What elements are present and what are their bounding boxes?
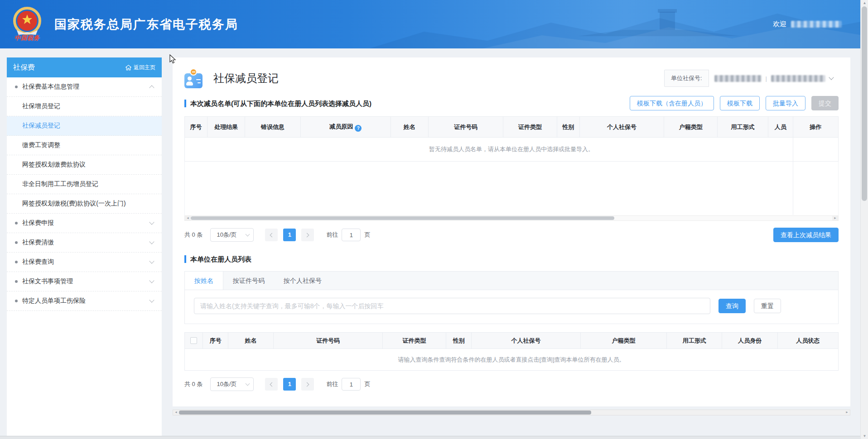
submit-button[interactable]: 提交: [811, 96, 839, 110]
col-header-id-number: 证件号码: [274, 333, 383, 349]
prev-page-button[interactable]: [265, 229, 278, 241]
current-page-button[interactable]: 1: [283, 378, 296, 391]
tab-by-personal-ssn[interactable]: 按个人社保号: [274, 272, 331, 290]
next-page-button[interactable]: [301, 378, 314, 391]
tab-by-id-number[interactable]: 按证件号码: [223, 272, 274, 290]
template-download-button[interactable]: 模板下载: [720, 96, 760, 110]
value-separator: |: [766, 75, 767, 82]
sidebar-item-group[interactable]: 社保费查询: [7, 253, 162, 272]
sidebar-item[interactable]: 非全日制用工工伤增员登记: [7, 175, 162, 194]
page-horizontal-scrollbar[interactable]: ◄ ►: [173, 410, 850, 415]
sidebar-item-group[interactable]: 社保文书事项管理: [7, 272, 162, 291]
col-header-index: 序号: [203, 333, 228, 349]
sidebar-item-label: 社保费查询: [22, 258, 54, 266]
current-page-button[interactable]: 1: [283, 229, 296, 241]
col-header-reason: 减员原因?: [300, 117, 391, 138]
sidebar-item-label: 社保减员登记: [22, 122, 60, 130]
total-count: 共 0 条: [184, 231, 203, 239]
empty-state-text: 请输入查询条件查询符合条件的在册人员或者直接点击[查询]查询本单位所有在册人员。: [185, 349, 839, 371]
scrollbar-track[interactable]: [191, 216, 832, 220]
sidebar-item-active[interactable]: 社保减员登记: [7, 116, 162, 136]
col-header-reason-label: 减员原因: [329, 123, 353, 130]
goto-page-input[interactable]: [342, 229, 361, 241]
reduction-list-table: 序号 处理结果 错误信息 减员原因? 姓名 证件号码 证件类型 性别 个人社保号…: [184, 116, 839, 221]
name-search-input[interactable]: [194, 298, 710, 314]
sidebar-item-label: 社保费申报: [22, 219, 54, 227]
tab-by-name[interactable]: 按姓名: [185, 272, 223, 290]
sidebar-header: 社保费 返回主页: [7, 57, 162, 77]
sidebar-item[interactable]: 网签授权划缴税(费)款协议(一次上门): [7, 194, 162, 214]
help-icon[interactable]: ?: [355, 125, 362, 132]
sidebar-item-label: 社保费基本信息管理: [22, 83, 79, 91]
scroll-up-arrow[interactable]: ▲: [861, 1, 868, 5]
goto-page-input[interactable]: [342, 378, 361, 391]
back-home-link[interactable]: 返回主页: [125, 64, 155, 72]
bullet-icon: [15, 300, 18, 302]
sidebar-item-group[interactable]: 特定人员单项工伤保险: [7, 291, 162, 311]
next-page-button[interactable]: [301, 229, 314, 241]
col-header-id-type: 证件类型: [503, 117, 557, 138]
select-all-checkbox[interactable]: [190, 337, 197, 344]
sidebar-item-label: 缴费工资调整: [22, 141, 60, 149]
col-header-id-number: 证件号码: [429, 117, 503, 138]
scroll-right-arrow[interactable]: ►: [844, 410, 850, 415]
site-title: 国家税务总局广东省电子税务局: [54, 16, 238, 33]
view-last-result-button[interactable]: 查看上次减员结果: [773, 228, 839, 242]
back-home-label: 返回主页: [134, 64, 155, 72]
bullet-icon: [15, 261, 18, 263]
sidebar-item-group[interactable]: 社保费基本信息管理: [7, 77, 162, 97]
template-download-with-members-button[interactable]: 模板下载（含在册人员）: [630, 96, 714, 110]
scrollbar-thumb[interactable]: [179, 410, 591, 415]
welcome-area: 欢迎: [773, 20, 842, 29]
page-vertical-scrollbar[interactable]: ▲ ▼: [860, 0, 868, 439]
col-header-employment-type: 用工形式: [718, 117, 768, 138]
reset-button[interactable]: 重置: [754, 299, 781, 313]
prev-page-button[interactable]: [265, 378, 278, 391]
section1-title: 本次减员名单(可从下面的本单位在册人员列表选择减员人员): [184, 100, 371, 107]
col-header-gender: 性别: [446, 333, 472, 349]
scroll-down-arrow[interactable]: ▼: [861, 434, 868, 438]
sidebar-item-label: 社保文书事项管理: [22, 277, 73, 286]
sidebar-item[interactable]: 网签授权划缴费款协议: [7, 155, 162, 175]
logo-caption: 中国税务: [14, 34, 40, 42]
pagination-2: 共 0 条 10条/页 1 前往 页: [184, 377, 839, 391]
sidebar-item[interactable]: 缴费工资调整: [7, 136, 162, 155]
page-size-select[interactable]: 10条/页: [210, 377, 254, 391]
col-header-checkbox: [185, 333, 203, 349]
query-button[interactable]: 查询: [719, 299, 746, 313]
page-size-select[interactable]: 10条/页: [210, 228, 254, 242]
col-header-name: 姓名: [228, 333, 274, 349]
goto-label: 前往: [326, 380, 338, 388]
tab-bar: 按姓名 按证件号码 按个人社保号: [185, 272, 838, 290]
scroll-right-arrow[interactable]: ►: [832, 216, 838, 220]
username-redacted: [791, 21, 842, 28]
company-ssn-select[interactable]: |: [709, 70, 839, 87]
col-header-id-type: 证件类型: [382, 333, 446, 349]
sidebar-item-label: 社保费清缴: [22, 239, 54, 247]
chevron-down-icon: [149, 239, 154, 244]
page-size-value: 10条/页: [217, 231, 236, 239]
batch-import-button[interactable]: 批量导入: [766, 96, 805, 110]
sidebar-item[interactable]: 社保增员登记: [7, 97, 162, 116]
scrollbar-thumb[interactable]: [191, 216, 614, 220]
col-header-error: 错误信息: [245, 117, 300, 138]
tax-bureau-logo: 中国税务: [8, 7, 46, 42]
sidebar-item-group[interactable]: 社保费清缴: [7, 233, 162, 253]
table-horizontal-scrollbar[interactable]: ◄ ►: [184, 215, 839, 221]
scroll-left-arrow[interactable]: ◄: [185, 216, 191, 220]
chevron-down-icon: [246, 232, 250, 236]
scroll-left-arrow[interactable]: ◄: [173, 410, 179, 415]
sidebar-item-group[interactable]: 社保费申报: [7, 214, 162, 233]
page-unit-label: 页: [364, 231, 370, 239]
section2-title: 本单位在册人员列表: [184, 255, 251, 263]
scrollbar-track[interactable]: [179, 410, 844, 415]
sidebar-item-label: 网签授权划缴费款协议: [22, 161, 86, 169]
col-header-index: 序号: [185, 117, 207, 138]
bullet-icon: [15, 86, 18, 88]
page-title: 社保减员登记: [213, 71, 279, 86]
search-tabs-card: 按姓名 按证件号码 按个人社保号 查询 重置: [184, 271, 839, 324]
goto-label: 前往: [326, 231, 338, 239]
scrollbar-thumb[interactable]: [862, 6, 867, 201]
chevron-up-icon: [149, 85, 154, 90]
top-header-bar: 中国税务 国家税务总局广东省电子税务局 欢迎: [0, 0, 868, 48]
